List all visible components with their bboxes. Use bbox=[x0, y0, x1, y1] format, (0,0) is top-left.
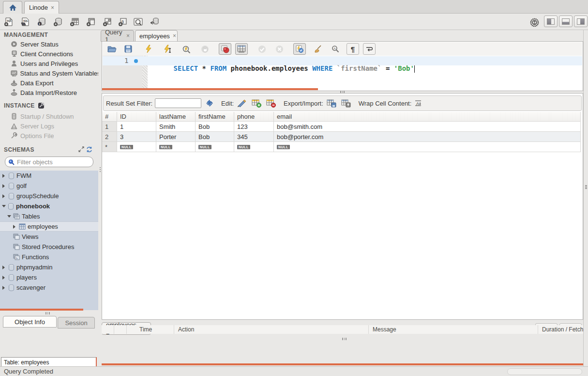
cell-id[interactable]: 1 bbox=[117, 122, 156, 132]
tree-item-functions[interactable]: fx Functions bbox=[0, 252, 98, 262]
output-col-action[interactable]: Action bbox=[174, 325, 369, 334]
create-procedure-icon[interactable] bbox=[102, 16, 113, 27]
limit-rows-icon[interactable] bbox=[235, 43, 248, 55]
cell-null[interactable]: NULL bbox=[156, 142, 196, 152]
new-row-marker[interactable]: * bbox=[102, 142, 117, 152]
tab-session[interactable]: Session bbox=[58, 317, 95, 329]
sidebar-splitter-handle[interactable] bbox=[45, 312, 50, 314]
row-number[interactable]: 1 bbox=[102, 122, 117, 132]
column-header-phone[interactable]: phone bbox=[234, 112, 274, 122]
tree-item-stored-procedures[interactable]: Stored Procedures bbox=[0, 242, 98, 252]
cell-lastname[interactable]: Porter bbox=[156, 132, 196, 142]
explain-plan-icon[interactable] bbox=[180, 43, 193, 55]
connection-tab[interactable]: Linode × bbox=[24, 1, 59, 14]
tab-query-1[interactable]: Query 1× bbox=[101, 30, 134, 42]
cell-firstname[interactable]: Bob bbox=[196, 122, 234, 132]
show-invisibles-icon[interactable]: ¶ bbox=[347, 43, 359, 55]
sidebar-item-startup-shutdown[interactable]: Startup / Shutdown bbox=[0, 111, 98, 121]
toggle-right-sidebar-icon[interactable] bbox=[574, 16, 588, 27]
column-header-id[interactable]: ID bbox=[117, 112, 156, 122]
wrap-cell-content-icon[interactable]: A bbox=[415, 100, 422, 107]
create-table-icon[interactable] bbox=[69, 16, 80, 27]
cell-phone[interactable]: 345 bbox=[234, 132, 274, 142]
sidebar-item-client-connections[interactable]: Client Connections bbox=[0, 49, 98, 59]
right-edge-splitter[interactable] bbox=[583, 30, 588, 366]
cell-null[interactable]: NULL bbox=[196, 142, 234, 152]
edit-record-icon[interactable] bbox=[237, 99, 247, 108]
refresh-icon[interactable] bbox=[206, 99, 213, 107]
sql-code-line[interactable]: SELECT * FROM phonebook.employees WHERE … bbox=[149, 57, 415, 80]
column-header-firstname[interactable]: firstName bbox=[196, 112, 234, 122]
wrap-text-icon[interactable] bbox=[363, 43, 376, 55]
schema-filter-input[interactable] bbox=[17, 158, 102, 166]
cell-id[interactable]: 3 bbox=[117, 132, 156, 142]
tree-item-schema-players[interactable]: players bbox=[0, 272, 98, 282]
import-recordset-icon[interactable] bbox=[341, 99, 351, 108]
open-sql-script-icon[interactable]: SQL bbox=[19, 16, 31, 27]
cell-null[interactable]: NULL bbox=[117, 142, 156, 152]
insert-row-icon[interactable] bbox=[252, 99, 261, 108]
sidebar-item-data-export[interactable]: Data Export bbox=[0, 78, 98, 88]
schema-inspector-icon[interactable]: i bbox=[36, 16, 47, 27]
tree-item-tables[interactable]: Tables bbox=[0, 211, 98, 221]
cell-phone[interactable]: 123 bbox=[234, 122, 274, 132]
toggle-stop-on-error-icon[interactable] bbox=[219, 43, 231, 55]
save-icon[interactable] bbox=[122, 43, 135, 55]
tab-object-info[interactable]: Object Info bbox=[3, 316, 57, 328]
sidebar-item-data-import[interactable]: Data Import/Restore bbox=[0, 88, 98, 97]
cell-lastname[interactable]: Smith bbox=[156, 122, 196, 132]
close-icon[interactable]: × bbox=[126, 33, 130, 39]
output-col-duration[interactable]: Duration / Fetch bbox=[538, 325, 583, 334]
sidebar-item-users-privileges[interactable]: Users and Privileges bbox=[0, 59, 98, 68]
toggle-autocommit-icon[interactable] bbox=[293, 43, 306, 55]
preferences-gear-icon[interactable] bbox=[528, 17, 540, 28]
schemas-refresh-icon[interactable] bbox=[86, 146, 92, 153]
tab-employees-editor[interactable]: employees× bbox=[135, 30, 178, 42]
tree-item-schema-phpmyadmin[interactable]: phpmyadmin bbox=[0, 262, 98, 272]
sidebar-item-status-variables[interactable]: Status and System Variables bbox=[0, 68, 98, 78]
tree-item-schema-golf[interactable]: golf bbox=[0, 181, 98, 191]
schemas-expand-icon[interactable] bbox=[78, 146, 84, 152]
tree-item-table-employees[interactable]: employees bbox=[0, 221, 98, 232]
find-icon[interactable]: A bbox=[329, 43, 342, 55]
beautify-icon[interactable] bbox=[312, 43, 324, 55]
output-col-icon1[interactable] bbox=[102, 325, 114, 334]
execute-current-statement-icon[interactable] bbox=[162, 43, 174, 55]
reconnect-dbms-icon[interactable] bbox=[149, 16, 161, 27]
sidebar-item-server-logs[interactable]: Server Logs bbox=[0, 121, 98, 131]
cell-email[interactable]: bob@porter.com bbox=[274, 132, 581, 142]
result-filter-input[interactable] bbox=[155, 98, 201, 108]
open-file-icon[interactable] bbox=[106, 43, 118, 55]
column-header-email[interactable]: email bbox=[274, 112, 581, 122]
tree-item-schema-phonebook[interactable]: phonebook bbox=[0, 201, 98, 211]
export-recordset-icon[interactable] bbox=[327, 99, 336, 108]
vertical-splitter[interactable] bbox=[98, 30, 102, 366]
tree-item-schema-scavenger[interactable]: scavenger bbox=[0, 282, 98, 293]
row-number[interactable]: 2 bbox=[102, 132, 117, 142]
create-view-icon[interactable] bbox=[85, 16, 97, 27]
horizontal-scrollbar-thumb[interactable] bbox=[507, 368, 582, 375]
output-col-message[interactable]: Message bbox=[369, 325, 538, 334]
tree-item-views[interactable]: Views bbox=[0, 232, 98, 242]
column-header-lastname[interactable]: lastName bbox=[156, 112, 196, 122]
cell-null[interactable]: NULL bbox=[274, 142, 581, 152]
sidebar-item-server-status[interactable]: Server Status bbox=[0, 39, 98, 49]
column-header-rownum[interactable]: # bbox=[102, 112, 117, 122]
new-sql-tab-icon[interactable]: SQL bbox=[3, 16, 15, 27]
sidebar-item-options-file[interactable]: Options File bbox=[0, 131, 98, 141]
search-table-data-icon[interactable] bbox=[133, 16, 144, 27]
output-col-time[interactable]: Time bbox=[127, 325, 174, 334]
toggle-bottom-panel-icon[interactable] bbox=[559, 16, 573, 27]
tree-item-schema-fwm[interactable]: FWM bbox=[0, 171, 98, 181]
execute-icon[interactable] bbox=[142, 43, 155, 55]
cell-email[interactable]: bob@smith.com bbox=[274, 122, 581, 132]
cell-null[interactable]: NULL bbox=[234, 142, 274, 152]
delete-row-icon[interactable] bbox=[266, 99, 276, 108]
home-tab[interactable] bbox=[3, 1, 22, 14]
create-schema-icon[interactable] bbox=[52, 16, 64, 27]
tree-item-schema-groupschedule[interactable]: groupSchedule bbox=[0, 191, 98, 201]
create-function-icon[interactable]: () bbox=[117, 16, 129, 27]
cell-firstname[interactable]: Bob bbox=[196, 132, 234, 142]
close-icon[interactable]: × bbox=[173, 33, 176, 39]
close-icon[interactable]: × bbox=[51, 5, 54, 11]
